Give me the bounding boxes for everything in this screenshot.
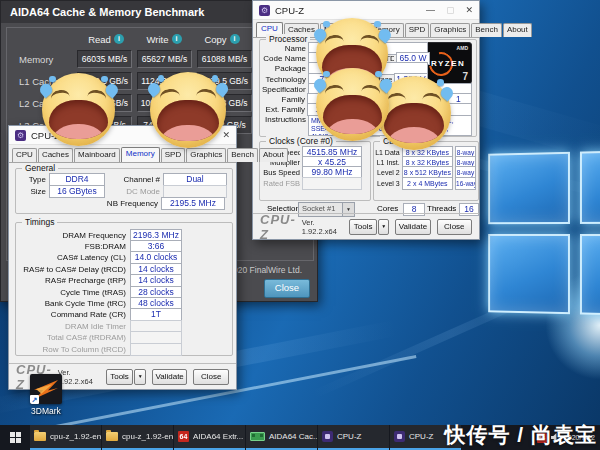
close-icon[interactable]: ✕ [465,5,473,15]
tear-icon [212,75,219,82]
nb-frequency-value: 2195.5 MHz [161,197,225,210]
info-icon[interactable]: i [172,34,182,44]
aida64-copyright: 2020 FinalWire Ltd. [228,265,302,275]
write-column-header: Write [147,34,169,45]
windows-logo-icon [10,432,21,443]
groupbox-label: Processor [266,34,310,44]
copy-column-header: Copy [204,34,226,45]
cpuz-app-icon: ⚙ [15,130,26,141]
timing-row: Bank Cycle Time (tRC) 48 clocks [18,298,228,308]
tools-button[interactable]: Tools [349,219,376,235]
info-icon[interactable]: i [230,34,240,44]
timing-row: RAS# Precharge (tRP) 14 clocks [18,276,228,286]
tab-about[interactable]: About [259,148,288,162]
aida64-close-button[interactable]: Close [264,279,310,298]
tab-cpu[interactable]: CPU [12,148,37,162]
close-button[interactable]: Close [437,219,472,235]
timing-row: DRAM Frequency 2196.3 MHz [18,230,228,240]
timing-row: RAS# to CAS# Delay (tRCD) 14 clocks [18,264,228,274]
timing-row: Command Rate (CR) 1T [18,310,228,320]
tab-bench[interactable]: Bench [227,148,258,162]
field-row: NB Frequency 2195.5 MHz [18,198,228,209]
tools-button[interactable]: Tools [106,369,134,385]
desktop: AIDA64 Cache & Memory Benchmark Readi Wr… [0,0,600,450]
tab-bench[interactable]: Bench [471,23,502,37]
tools-dropdown-icon[interactable]: ▼ [378,219,390,235]
validate-button[interactable]: Validate [152,369,188,385]
memory-size-value: 16 GBytes [49,185,105,198]
cpuz-app-icon: ⚙ [259,5,270,16]
tear-icon [374,21,380,27]
groupbox-label: General [22,163,58,173]
info-icon[interactable]: i [114,34,124,44]
laughing-emoji-sticker [150,72,226,148]
l3-way: 16-way [455,177,476,190]
shortcut-arrow-icon: ↗ [30,395,39,404]
threads-label: Threads [427,204,456,213]
validate-button[interactable]: Validate [395,219,430,235]
field-row: Type DDR4 Channel # Dual [18,174,228,185]
folder-icon [34,432,46,441]
cpuz-window-memory: ⚙ CPU-Z — ▢ ✕ CPU Caches Mainboard Memor… [8,125,237,390]
memory-write-value: 65627 MB/s [137,50,192,68]
general-groupbox: General Type DDR4 Channel # Dual Size 16… [15,168,233,214]
tab-spd[interactable]: SPD [405,23,429,37]
field-row: Rated FSB [262,178,366,188]
rated-fsb-value [302,177,362,190]
taskbar-button-folder-1[interactable]: cpu-z_1.92-en [30,425,101,450]
timing-row: Total CAS# (tRDRAM) [18,333,228,343]
memory-copy-value: 61088 MB/s [197,50,252,68]
field-row: Size 16 GBytes DC Mode [18,186,228,197]
tab-mainboard[interactable]: Mainboard [74,148,120,162]
cores-label: Cores [377,204,398,213]
tear-icon [323,21,329,27]
taskbar-button-folder-2[interactable]: cpu-z_1.92-en [102,425,173,450]
timing-row: Cycle Time (tRAS) 28 clocks [18,287,228,297]
laughing-emoji-sticker [42,73,115,146]
desktop-icon-label: 3DMark [24,406,68,416]
windows-logo [488,150,600,316]
start-button[interactable] [0,425,30,450]
taskbar-button-aida64-extreme[interactable]: 64 AIDA64 Extr... [174,425,245,450]
desktop-icon-3dmark[interactable]: ↗ 3DMark [24,374,68,416]
tab-graphics[interactable]: Graphics [186,148,226,162]
close-button[interactable]: Close [193,369,229,385]
tear-icon [437,79,444,86]
field-row: Level 3 2 x 4 MBytes 16-way [375,178,476,188]
tab-graphics[interactable]: Graphics [430,23,470,37]
3dmark-icon: ↗ [30,374,62,404]
maximize-icon[interactable]: ▢ [446,5,455,15]
tear-icon [101,76,108,83]
tools-dropdown-icon[interactable]: ▼ [134,369,146,385]
tab-memory[interactable]: Memory [121,147,160,162]
taskbar-button-aida64-cache[interactable]: AIDA64 Cac... [246,425,317,450]
cpuz-logo: CPU-Z [260,212,296,242]
cpuz-icon [394,431,405,442]
cache-groupbox: Cache L1 Data 8 x 32 KBytes 8-way L1 Ins… [373,141,479,201]
timing-row: Row To Column (tRCD) [18,344,228,354]
window-title: CPU-Z [275,5,421,16]
watermark-text: 快传号 / 尚袁宝 [444,421,597,449]
folder-icon [106,432,118,441]
row-label: Memory [19,54,77,65]
tab-caches[interactable]: Caches [38,148,73,162]
tab-spd[interactable]: SPD [161,148,185,162]
read-column-header: Read [88,34,111,45]
row-to-column-value [130,343,182,356]
minimize-icon[interactable]: — [426,5,435,15]
timing-row: FSB:DRAM 3:66 [18,241,228,251]
tear-icon [375,71,382,78]
cpuz-version: Ver. 1.92.2.x64 [302,218,342,236]
tab-about[interactable]: About [503,23,532,37]
laughing-emoji-sticker [316,68,389,141]
aida64-icon: 64 [178,431,189,442]
timing-row: CAS# Latency (CL) 14.0 clocks [18,253,228,263]
ram-icon [250,432,265,441]
l3-size: 2 x 4 MBytes [402,177,453,190]
groupbox-label: Timings [22,217,57,227]
cpuz-footer: CPU-Z Ver. 1.92.2.x64 Tools ▼ Validate C… [253,213,479,239]
timing-row: DRAM Idle Timer [18,321,228,331]
taskbar-button-cpuz-1[interactable]: CPU-Z [318,425,389,450]
memory-read-value: 66035 MB/s [77,50,132,68]
timings-groupbox: Timings DRAM Frequency 2196.3 MHz FSB:DR… [15,222,233,356]
